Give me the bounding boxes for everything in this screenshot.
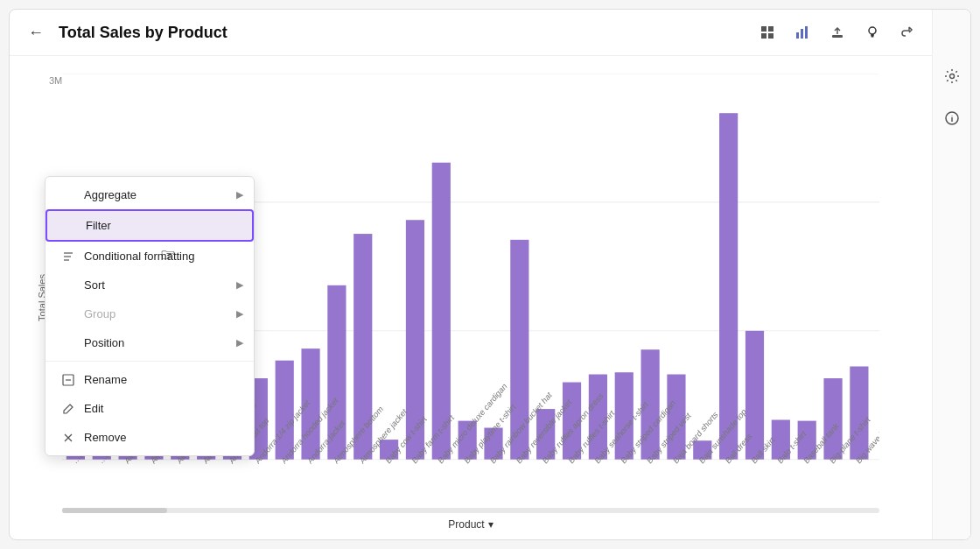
- settings-icon: [944, 68, 960, 84]
- header-icons: [753, 18, 956, 46]
- right-sidebar: [932, 10, 970, 539]
- menu-item-aggregate[interactable]: Aggregate ▶: [46, 180, 254, 209]
- upload-icon: [830, 25, 844, 39]
- bar-chart-icon: [795, 25, 809, 39]
- aggregate-arrow: ▶: [236, 189, 243, 201]
- svg-rect-7: [832, 35, 843, 38]
- conditional-formatting-icon: [60, 250, 77, 263]
- menu-item-sort[interactable]: Sort ▶: [46, 271, 254, 299]
- share-icon-button[interactable]: [893, 18, 921, 46]
- svg-rect-4: [796, 32, 799, 39]
- group-arrow: ▶: [236, 308, 243, 320]
- y-tick-3m: 3M: [49, 75, 62, 86]
- svg-point-8: [869, 27, 876, 34]
- info-icon-button[interactable]: [938, 104, 966, 132]
- svg-rect-10: [872, 36, 874, 38]
- menu-item-edit[interactable]: Edit: [46, 394, 254, 423]
- position-label: Position: [84, 336, 124, 349]
- page-title: Total Sales by Product: [59, 24, 228, 42]
- svg-rect-5: [801, 29, 803, 39]
- svg-rect-9: [871, 34, 874, 36]
- svg-rect-6: [805, 26, 808, 39]
- menu-item-remove[interactable]: Remove: [46, 423, 254, 452]
- back-icon: ←: [28, 24, 44, 42]
- menu-item-group[interactable]: Group ▶: [46, 299, 254, 328]
- scrollbar-track[interactable]: [62, 508, 879, 513]
- menu-divider: [46, 361, 254, 362]
- bar-chart-icon-button[interactable]: [788, 18, 816, 46]
- x-axis-text: Product: [448, 518, 484, 531]
- aggregate-label: Aggregate: [84, 188, 136, 201]
- group-label: Group: [84, 307, 116, 320]
- context-menu: Aggregate ▶ Filter Conditional formattin…: [45, 176, 255, 456]
- position-arrow: ▶: [236, 337, 243, 348]
- svg-rect-2: [761, 33, 766, 39]
- main-window: ← Total Sales by Product: [9, 9, 971, 540]
- edit-label: Edit: [84, 402, 103, 415]
- upload-icon-button[interactable]: [823, 18, 851, 46]
- x-axis-dropdown-icon: ▾: [488, 518, 494, 531]
- svg-rect-3: [768, 33, 774, 39]
- settings-icon-button[interactable]: [938, 62, 966, 90]
- svg-rect-0: [761, 26, 766, 32]
- rename-icon: [60, 374, 77, 386]
- scrollbar-thumb[interactable]: [62, 508, 167, 513]
- info-icon: [944, 110, 960, 126]
- x-axis-label[interactable]: Product ▾: [448, 518, 493, 531]
- svg-rect-1: [768, 26, 774, 32]
- bulb-icon-button[interactable]: [858, 18, 886, 46]
- svg-rect-43: [719, 113, 738, 460]
- header: ← Total Sales by Product: [10, 10, 970, 56]
- menu-item-rename[interactable]: Rename: [46, 365, 254, 394]
- conditional-formatting-label: Conditional formatting: [84, 250, 194, 263]
- filter-label: Filter: [86, 219, 111, 232]
- bulb-icon: [865, 25, 879, 39]
- menu-item-conditional-formatting[interactable]: Conditional formatting: [46, 242, 254, 271]
- menu-item-filter[interactable]: Filter: [46, 209, 254, 242]
- menu-item-position[interactable]: Position ▶: [46, 328, 254, 357]
- remove-icon: [60, 432, 77, 444]
- svg-point-80: [949, 74, 954, 79]
- edit-icon: [60, 403, 77, 415]
- grid-icon-button[interactable]: [753, 18, 781, 46]
- sort-label: Sort: [84, 278, 105, 292]
- rename-label: Rename: [84, 373, 127, 386]
- scrollbar-container: [62, 508, 879, 513]
- grid-icon: [760, 25, 774, 39]
- sort-arrow: ▶: [236, 279, 243, 291]
- back-button[interactable]: ←: [24, 20, 48, 45]
- remove-label: Remove: [84, 431, 126, 444]
- header-left: ← Total Sales by Product: [24, 20, 228, 45]
- share-icon: [900, 25, 914, 39]
